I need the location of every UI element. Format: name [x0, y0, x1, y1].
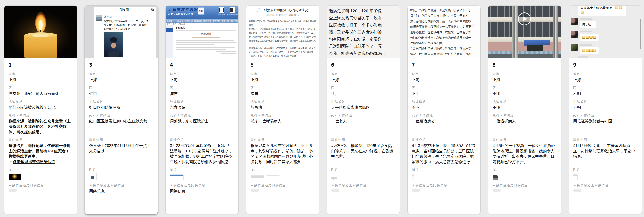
field-value-city: 上海 [331, 77, 395, 83]
field-value-address: 虹口区妇幼保健所 [89, 105, 153, 110]
field-value-address: 他们不应该被漠视甚至忘记。 [8, 105, 73, 110]
field-city: 城市上海 [412, 72, 476, 83]
field-value-direct: 网络信息 [170, 189, 234, 194]
roof-tiles [488, 51, 561, 54]
field-image: 图片 [573, 168, 637, 180]
record-card-6[interactable]: 迷病危了叫 120，120 来了说 全上海发热门诊都关了，没有 医院接收，打了一… [327, 5, 400, 214]
record-card-7[interactable]: 医院。当时有些低烧，但是发热门诊在消杀，于 是在门口的黑夜里等待了很久。可是由于… [408, 5, 480, 214]
site-nav: 医院概况 名医名家 科室介绍 党建园地 医政管理 医学教育 医学研究 国际交流 … [166, 19, 238, 22]
attachment-thumbnail[interactable] [492, 175, 498, 180]
field-value-address: 不明 [492, 105, 557, 110]
attachment-thumbnail[interactable] [266, 175, 280, 180]
field-address: 地址描述他们不应该被漠视甚至忘记。 [8, 100, 73, 110]
record-card-4[interactable]: 上海市东方医院 同济大学附属东方医院 100 微信二维码 患者移动服务平台 医院… [166, 5, 238, 214]
announcement-meta-bar [192, 37, 220, 38]
chat-bubble [580, 33, 598, 41]
attachment-thumbnail[interactable] [170, 175, 184, 180]
folded-hands-emoji [589, 36, 592, 39]
attachment-thumbnail[interactable] [412, 175, 414, 180]
attachment-thumbnail-candle[interactable] [8, 174, 21, 180]
field-direct: 直接信息还是间接信息 [8, 184, 73, 192]
field-label: 事件介绍 [8, 138, 73, 142]
field-deceased: 死者大体描述一位癌症患者 [412, 113, 476, 135]
attachment-thumbnail[interactable] [331, 174, 338, 180]
field-value-city: 上海 [170, 77, 234, 83]
field-value-district: 虹口 [89, 91, 153, 96]
field-city: 城市上海 [250, 72, 315, 83]
field-event: 事件介绍 每张卡片、每行记录，代表着一条逝去的鲜活生命。目前有73+位死者！数据… [8, 138, 73, 165]
field-label: 城市 [8, 72, 73, 76]
record-card-5[interactable]: 关于对浦东120急救中心的调查情况 【信息来源：】 【信息时间：2022-03-… [246, 5, 319, 214]
candle-illustration [4, 5, 77, 58]
field-direct: 直接信息还是间接信息 [250, 184, 315, 192]
field-value-address: 不明 [412, 105, 476, 110]
empty-select-pill [573, 189, 582, 192]
metal-pole [553, 5, 558, 58]
field-event: 事件介绍4月6日的一个视频，一位女性在撕心裂肺地哭泣。据视频描述，她的亲人要做透… [492, 138, 557, 165]
cover-image-group-chat: 只有其女儿眼见其病逝… 啊，这。 [569, 5, 642, 58]
avatar [571, 30, 578, 38]
field-value-deceased: 虹口区卫健委信息中心主任钱文雄 [89, 119, 153, 135]
video-play-button[interactable] [518, 12, 531, 25]
card-number: 4 [170, 62, 234, 68]
qr-caption: 患者移动服务平台 [227, 14, 238, 16]
field-value-district: 徐汇 [331, 91, 395, 96]
field-direct: 直接信息还是间接信息 [412, 184, 476, 192]
field-district: 区徐汇 [331, 86, 395, 96]
screenshot-text: 迷病危了叫 120，120 来了说 全上海发热门诊都关了，没有 医院接收，打了一… [329, 7, 398, 57]
field-direct: 直接信息还是间接信息 [331, 184, 395, 192]
blurred-username [580, 31, 592, 32]
submit-info-link[interactable]: 点击这里提交信息给我们 [13, 160, 55, 164]
field-event: 事件介绍3月23日在家中哮喘发作，用药后无法缓解。19时，家属驾车送其就诊，被医… [170, 138, 234, 165]
blue-awning [524, 39, 550, 45]
field-deceased: 死者大体描述虹口区卫健委信息中心主任钱文雄 [89, 113, 153, 135]
field-district: 区不明 [573, 86, 637, 96]
folded-hands-emoji [586, 49, 589, 52]
field-direct: 直接信息还是间接信息 [573, 184, 637, 192]
field-city: 城市上海 [89, 72, 153, 83]
field-image: 图片 [250, 168, 315, 180]
card-number: 5 [250, 62, 315, 68]
field-city: 城市上海 [573, 72, 637, 83]
field-value-address: 不明 [573, 105, 637, 110]
moments-title: 朋友圈 [120, 8, 129, 12]
avatar [571, 18, 578, 25]
avatar [96, 15, 102, 21]
attachment-thumbnail[interactable] [89, 173, 96, 180]
field-image: 图片 [331, 168, 395, 180]
record-card-1[interactable]: 1 城市上海 区没有死于新冠，却因新冠而死 地址描述他们不应该被漠视甚至忘记。 … [4, 5, 77, 214]
field-label: 直接信息还是间接信息 [8, 184, 73, 187]
metal-pole [512, 5, 518, 58]
field-image: 图片 [412, 168, 476, 180]
field-district: 区不明 [492, 86, 557, 96]
attachment-thumbnail[interactable] [573, 175, 578, 180]
card-number: 9 [573, 62, 637, 68]
field-event: 事件介绍钱文雄于2022年4月12日下午一点十九分自杀 [89, 138, 153, 165]
record-card-9[interactable]: 只有其女儿眼见其病逝… 啊，这。 [569, 5, 642, 214]
field-event: 事件介绍根据患者女儿公布的时间线，早上 8 点，其父哮喘发作、晕倒。随后，小区 … [250, 138, 315, 165]
announcement-title: 情况说明 [176, 32, 236, 36]
field-event: 事件介绍4月12日传出消息，韦桂国因脑溢血、封控期间联系救治未果，于家中病逝。 [573, 138, 637, 165]
cover-image-candle [4, 5, 77, 58]
field-value-deceased: 浦东一位哮喘病人 [250, 119, 315, 135]
field-value-deceased: 一位癌症患者 [412, 119, 476, 135]
pointing-hand-icon: ☞ [8, 160, 12, 164]
cover-image-wechat-moments: 朋友圈 钱文雄 钱文雄于2022年4月12日下午一点十九分去世。疫情期间一切从简… [85, 5, 158, 58]
cover-image-text-screenshot: 迷病危了叫 120，120 来了说 全上海发热门诊都关了，没有 医院接收，打了一… [327, 5, 400, 58]
field-value-district: 浦东 [170, 91, 234, 96]
field-value-deceased: 一位老人 [331, 119, 395, 135]
chat-scrollbar [640, 19, 641, 49]
field-address: 地址描述不明 [492, 100, 557, 110]
field-address: 地址描述不明 [573, 100, 637, 110]
field-address: 地址描述东方医院 [170, 100, 234, 110]
field-district: 区没有死于新冠，却因新冠而死 [8, 86, 73, 96]
text-line-bar [220, 53, 236, 54]
moments-post-text: 钱文雄于2022年4月12日下午一点十九分去世。疫情期间一切从简。家属目前悲痛不… [104, 19, 149, 31]
field-label: 死者大体描述 [8, 113, 73, 117]
field-direct: 直接信息还是间接信息 [492, 184, 557, 192]
field-value-district: 不明 [412, 91, 476, 96]
record-card-3[interactable]: 朋友圈 钱文雄 钱文雄于2022年4月12日下午一点十九分去世。疫情期间一切从简… [85, 5, 158, 214]
chat-text: 啊，这。 [582, 23, 594, 26]
attachment-thumbnail[interactable] [250, 175, 264, 180]
record-card-8[interactable]: 8 城市上海 区不明 地址描述不明 死者大体描述一位透析病人 事件介绍4月6日的… [488, 5, 561, 214]
